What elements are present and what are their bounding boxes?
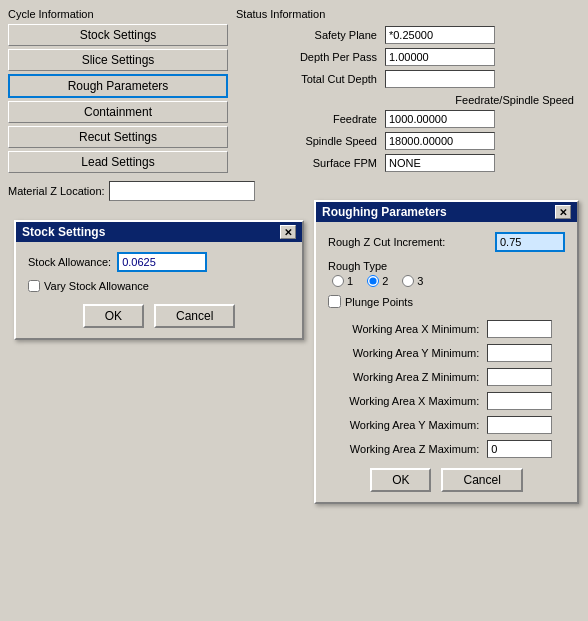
wa-x-min-label: Working Area X Minimum:	[330, 318, 483, 340]
spindle-speed-label: Spindle Speed	[236, 130, 383, 152]
btn-recut-settings[interactable]: Recut Settings	[8, 126, 228, 148]
wa-z-max-input[interactable]	[487, 440, 552, 458]
roughing-dialog-close-button[interactable]: ✕	[555, 205, 571, 219]
stock-ok-button[interactable]: OK	[83, 304, 144, 328]
rough-z-cut-row: Rough Z Cut Increment:	[328, 232, 565, 252]
stock-dialog-title: Stock Settings	[22, 225, 105, 239]
rough-type-2-item: 2	[367, 275, 388, 287]
material-z-input[interactable]	[109, 181, 255, 201]
plunge-points-label: Plunge Points	[345, 296, 413, 308]
wa-y-min-label: Working Area Y Minimum:	[330, 342, 483, 364]
wa-y-min-input[interactable]	[487, 344, 552, 362]
rough-type-3-radio[interactable]	[402, 275, 414, 287]
vary-stock-allowance-label: Vary Stock Allowance	[44, 280, 149, 292]
safety-plane-label: Safety Plane	[236, 24, 383, 46]
vary-stock-allowance-checkbox[interactable]	[28, 280, 40, 292]
total-cut-depth-input[interactable]	[385, 70, 495, 88]
rough-type-3-label: 3	[417, 275, 423, 287]
btn-slice-settings[interactable]: Slice Settings	[8, 49, 228, 71]
rough-type-1-label: 1	[347, 275, 353, 287]
wa-x-max-label: Working Area X Maximum:	[330, 390, 483, 412]
feedrate-section-label: Feedrate/Spindle Speed	[236, 90, 580, 108]
stock-cancel-button[interactable]: Cancel	[154, 304, 235, 328]
stock-allowance-input[interactable]	[117, 252, 207, 272]
safety-plane-input[interactable]	[385, 26, 495, 44]
stock-allowance-row: Stock Allowance:	[28, 252, 290, 272]
roughing-ok-button[interactable]: OK	[370, 468, 431, 492]
rough-type-section: Rough Type 1 2 3	[328, 260, 565, 287]
vary-stock-allowance-row: Vary Stock Allowance	[28, 280, 290, 292]
depth-per-pass-input[interactable]	[385, 48, 495, 66]
wa-x-max-input[interactable]	[487, 392, 552, 410]
cycle-info-label: Cycle Information	[8, 8, 228, 20]
spindle-speed-input[interactable]	[385, 132, 495, 150]
rough-type-3-item: 3	[402, 275, 423, 287]
roughing-parameters-dialog: Roughing Parameters ✕ Rough Z Cut Increm…	[314, 200, 579, 504]
stock-allowance-label: Stock Allowance:	[28, 256, 111, 268]
feedrate-input[interactable]	[385, 110, 495, 128]
rough-type-radio-row: 1 2 3	[328, 275, 565, 287]
rough-type-label: Rough Type	[328, 260, 565, 272]
total-cut-depth-label: Total Cut Depth	[236, 68, 383, 90]
status-info-label: Status Information	[236, 8, 580, 20]
stock-dialog-body: Stock Allowance: Vary Stock Allowance OK…	[16, 242, 302, 338]
cycle-button-list: Stock Settings Slice Settings Rough Para…	[8, 24, 228, 173]
rough-type-2-label: 2	[382, 275, 388, 287]
wa-y-max-label: Working Area Y Maximum:	[330, 414, 483, 436]
wa-z-min-label: Working Area Z Minimum:	[330, 366, 483, 388]
status-table: Safety Plane Depth Per Pass Total Cut De…	[236, 24, 580, 174]
plunge-points-checkbox[interactable]	[328, 295, 341, 308]
wa-z-min-input[interactable]	[487, 368, 552, 386]
wa-y-max-input[interactable]	[487, 416, 552, 434]
depth-per-pass-label: Depth Per Pass	[236, 46, 383, 68]
surface-fpm-label: Surface FPM	[236, 152, 383, 174]
rough-type-2-radio[interactable]	[367, 275, 379, 287]
roughing-dialog-title: Roughing Parameters	[322, 205, 447, 219]
stock-dialog-buttons: OK Cancel	[28, 304, 290, 328]
surface-fpm-input[interactable]	[385, 154, 495, 172]
roughing-cancel-button[interactable]: Cancel	[441, 468, 522, 492]
roughing-dialog-body: Rough Z Cut Increment: Rough Type 1 2 3	[316, 222, 577, 502]
btn-stock-settings[interactable]: Stock Settings	[8, 24, 228, 46]
rough-type-1-item: 1	[332, 275, 353, 287]
working-area-table: Working Area X Minimum: Working Area Y M…	[328, 316, 565, 462]
stock-dialog-title-bar: Stock Settings ✕	[16, 222, 302, 242]
feedrate-label: Feedrate	[236, 108, 383, 130]
rough-z-cut-label: Rough Z Cut Increment:	[328, 236, 489, 248]
roughing-dialog-title-bar: Roughing Parameters ✕	[316, 202, 577, 222]
rough-z-cut-input[interactable]	[495, 232, 565, 252]
material-z-label: Material Z Location:	[8, 185, 105, 197]
roughing-dialog-buttons: OK Cancel	[328, 468, 565, 492]
wa-x-min-input[interactable]	[487, 320, 552, 338]
btn-lead-settings[interactable]: Lead Settings	[8, 151, 228, 173]
rough-type-1-radio[interactable]	[332, 275, 344, 287]
stock-dialog-close-button[interactable]: ✕	[280, 225, 296, 239]
btn-rough-parameters[interactable]: Rough Parameters	[8, 74, 228, 98]
btn-containment[interactable]: Containment	[8, 101, 228, 123]
plunge-points-row: Plunge Points	[328, 295, 565, 308]
wa-z-max-label: Working Area Z Maximum:	[330, 438, 483, 460]
status-section: Safety Plane Depth Per Pass Total Cut De…	[236, 24, 580, 174]
material-z-row: Material Z Location:	[8, 181, 228, 201]
stock-settings-dialog: Stock Settings ✕ Stock Allowance: Vary S…	[14, 220, 304, 340]
